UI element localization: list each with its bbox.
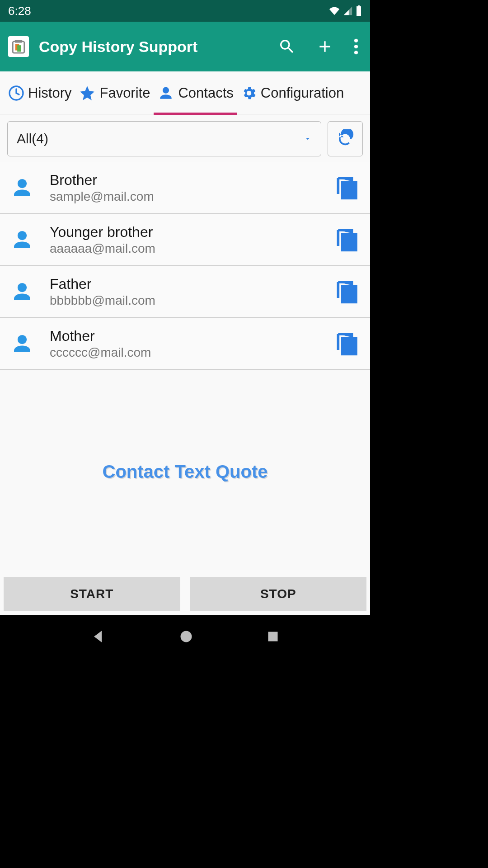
search-icon[interactable] [278,38,296,56]
tab-bar: History Favorite Contacts Configuration [0,71,370,115]
tab-history[interactable]: History [5,71,75,114]
svg-point-6 [354,51,358,54]
contact-name: Mother [50,328,333,344]
contact-row[interactable]: Father bbbbbb@mail.com [0,266,370,318]
app-title: Copy History Support [39,38,278,56]
status-time: 6:28 [8,4,31,18]
contact-sub: cccccc@mail.com [50,345,333,360]
star-icon [79,85,96,102]
svg-point-10 [18,231,27,240]
person-icon [10,227,34,252]
copy-button[interactable] [333,225,360,255]
copy-icon [334,329,359,359]
copy-icon [334,173,359,203]
app-logo-icon [8,36,29,57]
svg-rect-9 [343,182,356,198]
contact-text: Father bbbbbb@mail.com [50,276,333,308]
screen: 6:28 Copy History Support History Favori… [0,0,370,658]
refresh-icon [336,129,355,148]
tab-configuration[interactable]: Configuration [237,71,344,114]
person-icon [10,175,34,200]
tab-label: Configuration [261,85,344,101]
person-icon [10,279,34,304]
app-actions [278,38,362,56]
copy-button[interactable] [333,277,360,307]
status-icons [328,5,362,16]
tab-label: Favorite [99,85,150,101]
dropdown-value: All(4) [17,131,304,146]
svg-point-7 [163,87,169,93]
start-button[interactable]: START [4,577,180,611]
ad-text: Contact Text Quote [103,462,268,482]
ad-banner[interactable]: Contact Text Quote [0,370,370,573]
tab-label: History [28,85,71,101]
status-bar: 6:28 [0,0,370,22]
person-icon [10,331,34,356]
contact-list: Brother sample@mail.com Younger brother … [0,162,370,370]
svg-rect-15 [343,338,356,354]
svg-rect-3 [17,45,21,52]
svg-point-4 [354,39,358,42]
contact-name: Younger brother [50,224,333,241]
contact-name: Brother [50,172,333,189]
person-icon [157,85,174,102]
filter-dropdown[interactable]: All(4) [7,121,321,156]
signal-icon [343,6,353,16]
svg-point-8 [18,179,27,188]
contact-sub: bbbbbb@mail.com [50,293,333,308]
contact-text: Younger brother aaaaaa@mail.com [50,224,333,256]
app-bar: Copy History Support [0,22,370,71]
contact-text: Mother cccccc@mail.com [50,328,333,360]
wifi-icon [328,6,340,16]
contact-row[interactable]: Mother cccccc@mail.com [0,318,370,370]
clock-icon [8,85,24,101]
contact-sub: aaaaaa@mail.com [50,241,333,256]
contact-sub: sample@mail.com [50,189,333,204]
add-icon[interactable] [316,38,334,56]
contact-row[interactable]: Younger brother aaaaaa@mail.com [0,214,370,266]
svg-rect-11 [343,234,356,250]
copy-icon [334,277,359,307]
bottom-button-row: START STOP [0,573,370,615]
more-icon[interactable] [354,38,358,56]
filter-row: All(4) [0,115,370,162]
battery-icon [356,5,362,16]
tab-label: Contacts [178,85,233,101]
svg-rect-17 [268,632,277,642]
button-label: START [70,587,113,601]
back-icon[interactable] [91,629,106,644]
svg-point-14 [18,335,27,344]
tab-favorite[interactable]: Favorite [75,71,154,114]
button-label: STOP [260,587,296,601]
copy-icon [334,225,359,255]
contact-text: Brother sample@mail.com [50,172,333,204]
copy-button[interactable] [333,173,360,203]
svg-point-16 [181,631,192,642]
copy-button[interactable] [333,329,360,359]
chevron-down-icon [304,135,312,143]
tab-contacts[interactable]: Contacts [154,71,237,114]
recent-icon[interactable] [267,630,279,643]
android-nav-bar [0,615,370,658]
contact-name: Father [50,276,333,292]
svg-point-12 [18,283,27,292]
refresh-button[interactable] [328,121,363,156]
gear-icon [241,85,257,101]
home-icon[interactable] [179,630,193,643]
stop-button[interactable]: STOP [190,577,367,611]
contact-row[interactable]: Brother sample@mail.com [0,162,370,214]
svg-rect-13 [343,286,356,302]
svg-point-5 [354,45,358,48]
